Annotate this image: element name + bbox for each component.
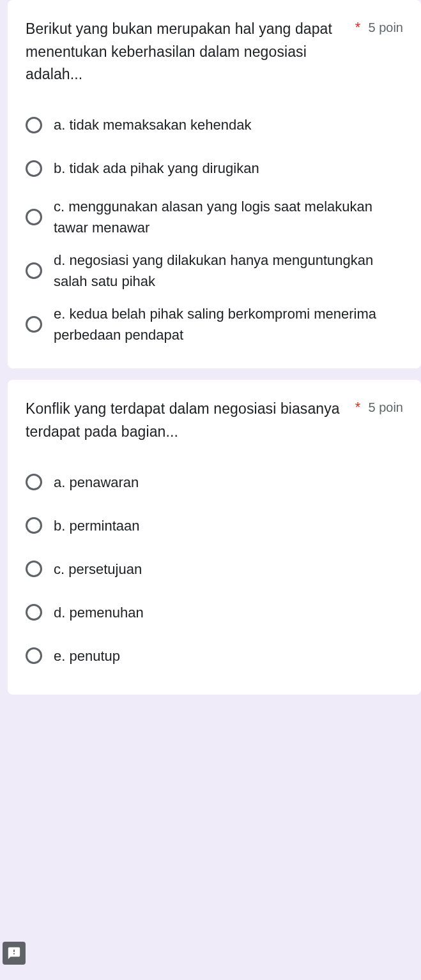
option-c[interactable]: c. menggunakan alasan yang logis saat me…: [26, 193, 403, 241]
question-points: 5 poin: [369, 400, 404, 414]
question-header: Konflik yang terdapat dalam negosiasi bi…: [26, 398, 403, 443]
option-b[interactable]: b. tidak ada pihak yang dirugikan: [26, 150, 403, 187]
required-asterisk: *: [355, 19, 361, 35]
question-card: Berikut yang bukan merupakan hal yang da…: [8, 0, 421, 368]
radio-icon: [26, 209, 42, 225]
radio-icon: [26, 647, 42, 664]
question-meta: * 5 poin: [355, 398, 403, 416]
radio-icon: [26, 316, 42, 333]
option-a[interactable]: a. penawaran: [26, 464, 403, 501]
option-e[interactable]: e. kedua belah pihak saling berkompromi …: [26, 301, 403, 348]
radio-icon: [26, 117, 42, 133]
option-label: e. penutup: [54, 645, 120, 667]
option-label: a. penawaran: [54, 472, 139, 493]
radio-icon: [26, 262, 42, 279]
option-label: d. pemenuhan: [54, 602, 144, 623]
option-a[interactable]: a. tidak memaksakan kehendak: [26, 107, 403, 144]
radio-icon: [26, 517, 42, 534]
radio-icon: [26, 160, 42, 177]
required-asterisk: *: [355, 399, 361, 415]
question-points: 5 poin: [369, 20, 404, 34]
option-b[interactable]: b. permintaan: [26, 507, 403, 544]
radio-icon: [26, 474, 42, 490]
radio-icon: [26, 561, 42, 577]
options-list: a. penawaran b. permintaan c. persetujua…: [26, 464, 403, 674]
option-label: d. negosiasi yang dilakukan hanya mengun…: [54, 250, 403, 292]
option-label: c. persetujuan: [54, 559, 142, 580]
option-e[interactable]: e. penutup: [26, 637, 403, 674]
option-d[interactable]: d. negosiasi yang dilakukan hanya mengun…: [26, 247, 403, 294]
option-label: b. tidak ada pihak yang dirugikan: [54, 158, 259, 179]
question-title: Berikut yang bukan merupakan hal yang da…: [26, 18, 349, 86]
option-label: c. menggunakan alasan yang logis saat me…: [54, 196, 403, 238]
question-title: Konflik yang terdapat dalam negosiasi bi…: [26, 398, 349, 443]
question-header: Berikut yang bukan merupakan hal yang da…: [26, 18, 403, 86]
option-label: b. permintaan: [54, 515, 140, 536]
question-meta: * 5 poin: [355, 18, 403, 36]
options-list: a. tidak memaksakan kehendak b. tidak ad…: [26, 107, 403, 348]
option-d[interactable]: d. pemenuhan: [26, 594, 403, 631]
option-label: a. tidak memaksakan kehendak: [54, 114, 251, 135]
option-c[interactable]: c. persetujuan: [26, 550, 403, 587]
question-card: Konflik yang terdapat dalam negosiasi bi…: [8, 380, 421, 695]
option-label: e. kedua belah pihak saling berkompromi …: [54, 303, 403, 345]
radio-icon: [26, 604, 42, 621]
